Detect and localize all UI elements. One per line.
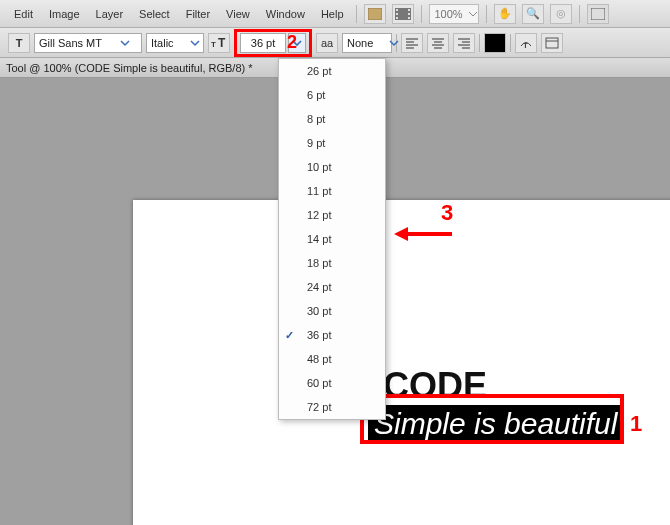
annotation-3: 3 [441,200,453,226]
dd-item-9[interactable]: 9 pt [279,131,385,155]
menu-select[interactable]: Select [131,0,178,28]
svg-marker-27 [394,227,408,241]
document-tab-label: Tool @ 100% (CODE Simple is beautiful, R… [6,62,253,74]
align-right-button[interactable] [453,33,475,53]
align-center-button[interactable] [427,33,449,53]
svg-rect-5 [408,9,410,11]
svg-rect-3 [396,13,398,15]
text-orientation-icon[interactable]: T [8,33,30,53]
svg-rect-7 [408,17,410,19]
menu-layer[interactable]: Layer [88,0,132,28]
anti-alias-select[interactable]: None [342,33,392,53]
warp-text-button[interactable]: T [515,33,537,53]
font-family-value: Gill Sans MT [39,37,118,49]
dd-item-12[interactable]: 12 pt [279,203,385,227]
dd-item-72[interactable]: 72 pt [279,395,385,419]
dd-item-30[interactable]: 30 pt [279,299,385,323]
arrow-left-icon [394,224,454,246]
svg-text:T: T [218,36,226,50]
font-size-field[interactable]: 36 pt [240,33,286,53]
annotation-2: 2 [287,32,297,53]
dd-item-11[interactable]: 11 pt [279,179,385,203]
chevron-down-icon [118,34,132,52]
menu-window[interactable]: Window [258,0,313,28]
film-icon[interactable] [392,4,414,24]
menu-image[interactable]: Image [41,0,88,28]
menu-edit[interactable]: Edit [6,0,41,28]
dd-item-48[interactable]: 48 pt [279,347,385,371]
font-size-value: 36 pt [251,37,275,49]
svg-rect-8 [591,8,605,20]
svg-rect-24 [546,38,558,48]
panel-icon[interactable] [541,33,563,53]
menubar: Edit Image Layer Select Filter View Wind… [0,0,670,28]
bridge-icon[interactable] [364,4,386,24]
chevron-down-icon [389,34,399,52]
font-style-value: Italic [151,37,190,49]
dd-item-14[interactable]: 14 pt [279,227,385,251]
dd-item-36[interactable]: ✓36 pt [279,323,385,347]
dd-item-24[interactable]: 24 pt [279,275,385,299]
chevron-down-icon [190,34,200,52]
menu-help[interactable]: Help [313,0,352,28]
text-color-swatch[interactable] [484,33,506,53]
svg-rect-6 [408,13,410,15]
check-icon: ✓ [285,329,294,342]
hand-tool-icon[interactable]: ✋ [494,4,516,24]
font-style-select[interactable]: Italic [146,33,204,53]
menu-view[interactable]: View [218,0,258,28]
anti-alias-icon: aa [316,33,338,53]
rotate-tool-icon[interactable]: ◎ [550,4,572,24]
font-size-dropdown[interactable]: 26 pt 6 pt 8 pt 9 pt 10 pt 11 pt 12 pt 1… [278,58,386,420]
svg-text:T: T [523,41,528,49]
align-left-button[interactable] [401,33,423,53]
menu-filter[interactable]: Filter [178,0,218,28]
text-options-bar: T Gill Sans MT Italic TT 36 pt 2 aa None… [0,28,670,58]
zoom-text: 100% [430,8,468,20]
zoom-tool-icon[interactable]: 🔍 [522,4,544,24]
dd-item-18[interactable]: 18 pt [279,251,385,275]
dd-item-26[interactable]: 26 pt [279,59,385,83]
canvas[interactable]: CODE Simple is beautiful [133,200,670,525]
anti-alias-value: None [347,37,389,49]
dd-item-10[interactable]: 10 pt [279,155,385,179]
screen-mode-icon[interactable] [587,4,609,24]
svg-text:T: T [211,40,216,49]
dd-item-6[interactable]: 6 pt [279,83,385,107]
svg-rect-2 [396,9,398,11]
font-size-icon: TT [208,33,230,53]
font-family-select[interactable]: Gill Sans MT [34,33,142,53]
zoom-level[interactable]: 100% [429,4,479,24]
annotation-box-1 [360,394,624,444]
annotation-1: 1 [630,411,642,437]
svg-rect-4 [396,17,398,19]
svg-rect-0 [368,8,382,20]
dd-item-8[interactable]: 8 pt [279,107,385,131]
dd-item-60[interactable]: 60 pt [279,371,385,395]
font-size-control: 36 pt 2 [234,29,312,57]
